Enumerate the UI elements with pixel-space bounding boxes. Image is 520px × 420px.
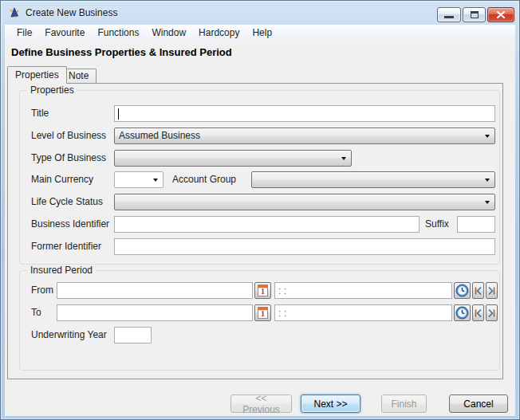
window-title: Create New Business — [26, 1, 117, 25]
close-icon — [497, 11, 505, 18]
former-identifier-input[interactable] — [114, 238, 495, 255]
maximize-icon — [471, 11, 479, 18]
tab-panel-properties: Properties Title Level of Business Assum… — [7, 83, 503, 379]
former-identifier-label: Former Identifier — [31, 238, 101, 255]
client-area: File Favourite Functions Window Hardcopy… — [5, 25, 515, 416]
to-skip-end-button[interactable] — [486, 304, 498, 321]
underwriting-year-label: Underwriting Year — [31, 327, 107, 343]
from-date-input[interactable] — [57, 282, 253, 299]
menu-help[interactable]: Help — [246, 25, 278, 41]
menu-bar: File Favourite Functions Window Hardcopy… — [5, 25, 515, 41]
properties-group-title: Properties — [27, 84, 77, 96]
tab-properties[interactable]: Properties — [7, 66, 67, 84]
from-time-input[interactable]: : : — [274, 282, 452, 299]
account-group-label: Account Group — [172, 171, 236, 188]
calendar-icon: 1 — [258, 307, 268, 319]
close-button[interactable] — [487, 7, 514, 22]
business-identifier-label: Business Identifier — [31, 216, 109, 233]
calendar-icon: 1 — [258, 285, 268, 296]
skip-end-icon — [488, 309, 495, 317]
skip-end-icon — [488, 287, 495, 295]
chevron-down-icon — [485, 201, 490, 204]
from-clock-button[interactable] — [454, 282, 471, 299]
main-currency-select[interactable] — [114, 171, 163, 188]
to-calendar-button[interactable]: 1 — [254, 304, 271, 321]
titlebar[interactable]: Create New Business — [1, 1, 519, 25]
menu-file[interactable]: File — [10, 25, 38, 41]
page-title: Define Business Properties & Insured Per… — [11, 46, 232, 58]
chevron-down-icon — [153, 179, 158, 182]
from-label: From — [31, 282, 53, 299]
finish-button[interactable]: Finish — [381, 394, 427, 413]
svg-text:1: 1 — [261, 287, 265, 296]
insured-period-group-title: Insured Period — [27, 265, 96, 276]
type-of-business-label: Type Of Business — [31, 150, 106, 167]
minimize-button[interactable] — [437, 7, 461, 22]
life-cycle-status-label: Life Cycle Status — [31, 194, 103, 210]
title-input[interactable] — [114, 105, 495, 122]
type-of-business-select[interactable] — [114, 150, 352, 167]
suffix-label: Suffix — [425, 216, 449, 233]
previous-button[interactable]: << Previous — [230, 394, 292, 413]
app-icon — [8, 6, 21, 19]
to-date-input[interactable] — [57, 304, 253, 321]
maximize-button[interactable] — [463, 7, 486, 22]
text-caret — [118, 108, 119, 120]
to-label: To — [31, 304, 41, 321]
level-of-business-value: Assumed Business — [119, 128, 200, 143]
menu-window[interactable]: Window — [145, 25, 192, 41]
menu-favourite[interactable]: Favourite — [38, 25, 91, 41]
menu-hardcopy[interactable]: Hardcopy — [192, 25, 246, 41]
from-skip-end-button[interactable] — [486, 282, 498, 299]
cancel-button[interactable]: Cancel — [449, 394, 508, 413]
insured-period-groupbox: Insured Period From 1 : : — [19, 270, 500, 371]
next-button[interactable]: Next >> — [301, 394, 360, 413]
svg-text:1: 1 — [261, 309, 265, 318]
level-of-business-select[interactable]: Assumed Business — [114, 128, 495, 144]
to-time-value: : : — [278, 308, 286, 319]
from-calendar-button[interactable]: 1 — [254, 282, 271, 299]
from-skip-start-button[interactable] — [472, 282, 484, 299]
properties-groupbox: Properties Title Level of Business Assum… — [19, 90, 500, 265]
menu-functions[interactable]: Functions — [91, 25, 145, 41]
skip-start-icon — [475, 287, 482, 295]
life-cycle-status-select[interactable] — [114, 194, 495, 210]
dialog-create-new-business: Create New Business File Favourite Funct… — [0, 0, 520, 420]
skip-start-icon — [475, 309, 482, 317]
business-identifier-input[interactable] — [114, 216, 420, 233]
clock-icon — [455, 284, 469, 297]
from-time-value: : : — [278, 285, 286, 296]
level-of-business-label: Level of Business — [31, 128, 106, 144]
to-skip-start-button[interactable] — [472, 304, 484, 321]
account-group-select[interactable] — [251, 171, 495, 188]
to-time-input[interactable]: : : — [274, 304, 452, 321]
to-clock-button[interactable] — [454, 304, 471, 321]
minimize-icon — [444, 16, 454, 18]
chevron-down-icon — [485, 135, 490, 138]
title-label: Title — [31, 105, 49, 122]
main-currency-label: Main Currency — [31, 171, 93, 188]
clock-icon — [455, 306, 469, 320]
underwriting-year-input[interactable] — [114, 327, 152, 343]
window-controls — [437, 7, 514, 22]
suffix-input[interactable] — [457, 216, 495, 233]
chevron-down-icon — [341, 157, 346, 160]
chevron-down-icon — [485, 179, 490, 182]
